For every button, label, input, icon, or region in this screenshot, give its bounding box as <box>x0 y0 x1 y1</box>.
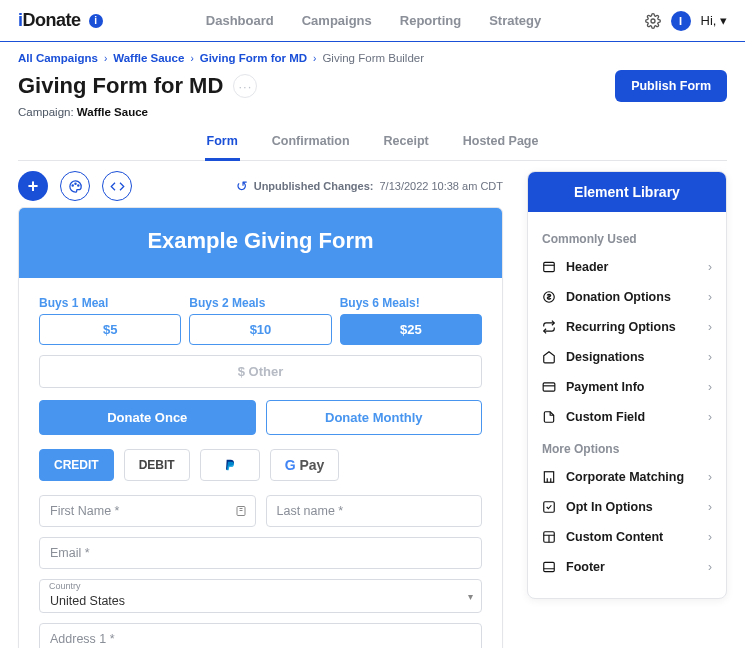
avatar[interactable]: I <box>671 11 691 31</box>
library-group-more: More Options <box>542 442 712 456</box>
nav-reporting[interactable]: Reporting <box>400 13 461 28</box>
donation-option-10[interactable]: $10 <box>189 314 331 345</box>
chevron-right-icon: › <box>708 470 712 484</box>
building-icon <box>542 470 556 484</box>
breadcrumb: All Campaigns› Waffle Sauce› Giving Form… <box>18 52 727 64</box>
repeat-icon <box>542 320 556 334</box>
first-name-field[interactable]: First Name * <box>39 495 256 527</box>
user-menu[interactable]: Hi, ▾ <box>701 13 728 28</box>
chevron-right-icon: › <box>708 290 712 304</box>
svg-rect-22 <box>544 562 555 571</box>
lib-item-header[interactable]: Header › <box>542 252 712 282</box>
lib-item-designations[interactable]: Designations › <box>542 342 712 372</box>
publish-button[interactable]: Publish Form <box>615 70 727 102</box>
last-name-field[interactable]: Last name * <box>266 495 483 527</box>
form-header[interactable]: Example Giving Form <box>19 208 502 278</box>
crumb-all-campaigns[interactable]: All Campaigns <box>18 52 98 64</box>
layout-icon <box>542 530 556 544</box>
svg-rect-18 <box>544 502 555 513</box>
nav-dashboard[interactable]: Dashboard <box>206 13 274 28</box>
home-icon <box>542 350 556 364</box>
topbar: iDonate i Dashboard Campaigns Reporting … <box>0 0 745 42</box>
nav-campaigns[interactable]: Campaigns <box>302 13 372 28</box>
chevron-right-icon: › <box>708 380 712 394</box>
lib-item-recurring[interactable]: Recurring Options › <box>542 312 712 342</box>
chevron-right-icon: › <box>708 560 712 574</box>
address1-field[interactable]: Address 1 * <box>39 623 482 648</box>
country-select[interactable]: Country United States ▾ <box>39 579 482 613</box>
dollar-icon <box>542 290 556 304</box>
gear-icon[interactable] <box>645 13 661 29</box>
crumb-current: Giving Form Builder <box>322 52 424 64</box>
page-title: Giving Form for MD <box>18 73 223 99</box>
chevron-right-icon: › <box>708 260 712 274</box>
crumb-campaign[interactable]: Waffle Sauce <box>113 52 184 64</box>
contacts-icon[interactable] <box>235 505 247 517</box>
header-icon <box>542 260 556 274</box>
chevron-right-icon: › <box>708 530 712 544</box>
builder-main: + ↺ Unpublished Changes: 7/13/2022 10:38… <box>0 161 745 648</box>
library-title: Element Library <box>528 172 726 212</box>
pay-debit[interactable]: DEBIT <box>124 449 190 481</box>
donor-fields: First Name * Last name * Email * Country… <box>39 495 482 648</box>
frequency-row: Donate Once Donate Monthly <box>39 400 482 435</box>
svg-point-3 <box>77 184 78 185</box>
footer-icon <box>542 560 556 574</box>
chevron-right-icon: › <box>708 320 712 334</box>
svg-rect-7 <box>544 262 555 271</box>
tab-receipt[interactable]: Receipt <box>382 134 431 160</box>
file-icon <box>542 410 556 424</box>
lib-item-donation-options[interactable]: Donation Options › <box>542 282 712 312</box>
embed-code-button[interactable] <box>102 171 132 201</box>
svg-rect-10 <box>543 383 555 391</box>
frequency-once[interactable]: Donate Once <box>39 400 256 435</box>
canvas-column: + ↺ Unpublished Changes: 7/13/2022 10:38… <box>18 171 503 648</box>
donation-option-5[interactable]: $5 <box>39 314 181 345</box>
info-icon[interactable]: i <box>89 14 103 28</box>
pay-google-pay[interactable]: G Pay <box>270 449 340 481</box>
frequency-monthly[interactable]: Donate Monthly <box>266 400 483 435</box>
crumb-form[interactable]: Giving Form for MD <box>200 52 307 64</box>
element-library: Element Library Commonly Used Header › D… <box>527 171 727 599</box>
chevron-right-icon: › <box>708 350 712 364</box>
donation-option-25[interactable]: $25 <box>340 314 482 345</box>
add-element-button[interactable]: + <box>18 171 48 201</box>
undo-icon[interactable]: ↺ <box>236 178 248 194</box>
top-right: I Hi, ▾ <box>645 11 728 31</box>
chevron-right-icon: › <box>708 500 712 514</box>
svg-point-1 <box>72 184 73 185</box>
svg-rect-12 <box>544 472 553 483</box>
lib-item-opt-in[interactable]: Opt In Options › <box>542 492 712 522</box>
svg-point-0 <box>651 19 655 23</box>
lib-item-footer[interactable]: Footer › <box>542 552 712 582</box>
builder-tabs: Form Confirmation Receipt Hosted Page <box>18 134 727 161</box>
more-actions-button[interactable]: ··· <box>233 74 257 98</box>
campaign-line: Campaign: Waffle Sauce <box>18 106 727 118</box>
lib-item-custom-content[interactable]: Custom Content › <box>542 522 712 552</box>
tab-form[interactable]: Form <box>205 134 240 161</box>
palette-button[interactable] <box>60 171 90 201</box>
card-icon <box>542 380 556 394</box>
donation-options: $5 $10 $25 <box>39 314 482 345</box>
form-canvas: Example Giving Form Buys 1 Meal Buys 2 M… <box>18 207 503 648</box>
check-square-icon <box>542 500 556 514</box>
chevron-down-icon: ▾ <box>468 591 473 602</box>
svg-point-2 <box>74 183 75 184</box>
pay-credit[interactable]: CREDIT <box>39 449 114 481</box>
logo: iDonate i <box>18 10 103 31</box>
sub-header: All Campaigns› Waffle Sauce› Giving Form… <box>0 42 745 161</box>
tool-row: + ↺ Unpublished Changes: 7/13/2022 10:38… <box>18 171 503 201</box>
nav-strategy[interactable]: Strategy <box>489 13 541 28</box>
lib-item-custom-field[interactable]: Custom Field › <box>542 402 712 432</box>
donation-option-labels: Buys 1 Meal Buys 2 Meals Buys 6 Meals! <box>39 296 482 310</box>
tab-hosted-page[interactable]: Hosted Page <box>461 134 541 160</box>
chevron-right-icon: › <box>708 410 712 424</box>
email-field[interactable]: Email * <box>39 537 482 569</box>
library-group-common: Commonly Used <box>542 232 712 246</box>
pay-paypal[interactable] <box>200 449 260 481</box>
tab-confirmation[interactable]: Confirmation <box>270 134 352 160</box>
top-nav: Dashboard Campaigns Reporting Strategy <box>206 13 541 28</box>
donation-option-other[interactable]: $ Other <box>39 355 482 388</box>
lib-item-payment[interactable]: Payment Info › <box>542 372 712 402</box>
lib-item-corporate-matching[interactable]: Corporate Matching › <box>542 462 712 492</box>
